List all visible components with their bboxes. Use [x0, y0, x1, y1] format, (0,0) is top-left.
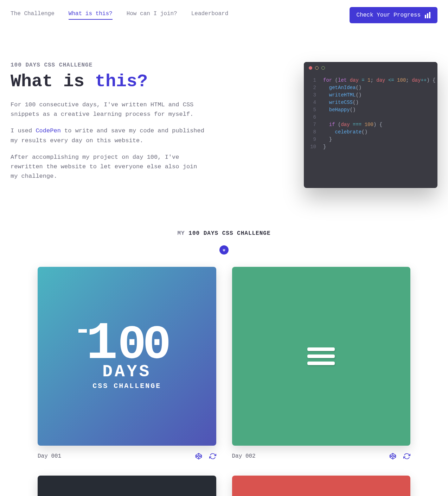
bars-icon	[425, 12, 430, 18]
hero-p2: I used CodePen to write and save my code…	[11, 126, 207, 145]
challenge-card	[38, 476, 216, 496]
nav-links: The Challenge What is this? How can I jo…	[11, 11, 228, 20]
code-window-header	[304, 62, 437, 74]
window-dot-max-icon	[321, 66, 325, 70]
section2-title: MY 100 DAYS CSS CHALLENGE	[11, 230, 437, 237]
challenge-card: 100 DAYS CSS CHALLENGE Day 001	[38, 267, 216, 460]
nav-link-how-join[interactable]: How can I join?	[127, 11, 177, 20]
code-body: 1for (let day = 1; day <= 100; day++) { …	[304, 74, 437, 158]
challenge-grid: 100 DAYS CSS CHALLENGE Day 001 Day 002	[38, 267, 410, 496]
codepen-icon[interactable]	[389, 453, 396, 460]
refresh-icon[interactable]	[209, 453, 216, 460]
hero-p1: For 100 consecutive days, I've written H…	[11, 100, 207, 119]
card-day-label: Day 002	[232, 453, 256, 459]
hero: 100 DAYS CSS CHALLENGE What is this? For…	[11, 62, 437, 188]
section-my-challenge: MY 100 DAYS CSS CHALLENGE	[11, 230, 437, 255]
cta-label: Check Your Progress	[357, 12, 421, 18]
hero-eyebrow: 100 DAYS CSS CHALLENGE	[11, 62, 283, 68]
hero-title: What is this?	[11, 72, 283, 91]
card-preview-day-002[interactable]	[232, 267, 411, 446]
hero-title-b: this?	[95, 71, 148, 92]
hero-text: 100 DAYS CSS CHALLENGE What is this? For…	[11, 62, 283, 188]
nav-link-what-is-this[interactable]: What is this?	[69, 11, 113, 20]
codepen-icon[interactable]	[195, 453, 202, 460]
challenge-card	[232, 476, 411, 496]
refresh-icon[interactable]	[403, 453, 410, 460]
hero-p3: After accomplishing my project on day 10…	[11, 152, 207, 181]
check-progress-button[interactable]: Check Your Progress	[350, 7, 437, 23]
card-preview-day-004[interactable]	[232, 476, 411, 496]
scroll-down-icon[interactable]	[219, 245, 229, 255]
window-dot-min-icon	[315, 66, 319, 70]
codepen-link[interactable]: CodePen	[36, 127, 60, 134]
hero-title-a: What is	[11, 71, 95, 92]
window-dot-close-icon	[309, 66, 312, 70]
hamburger-icon	[307, 347, 335, 365]
nav-link-leaderboard[interactable]: Leaderboard	[191, 11, 229, 20]
card-day-label: Day 001	[38, 453, 61, 459]
nav-link-challenge[interactable]: The Challenge	[11, 11, 55, 20]
challenge-card: Day 002	[232, 267, 411, 460]
card-preview-day-003[interactable]	[38, 476, 216, 496]
top-nav: The Challenge What is this? How can I jo…	[11, 0, 437, 30]
code-window: 1for (let day = 1; day <= 100; day++) { …	[304, 62, 437, 188]
card-preview-day-001[interactable]: 100 DAYS CSS CHALLENGE	[38, 267, 216, 446]
